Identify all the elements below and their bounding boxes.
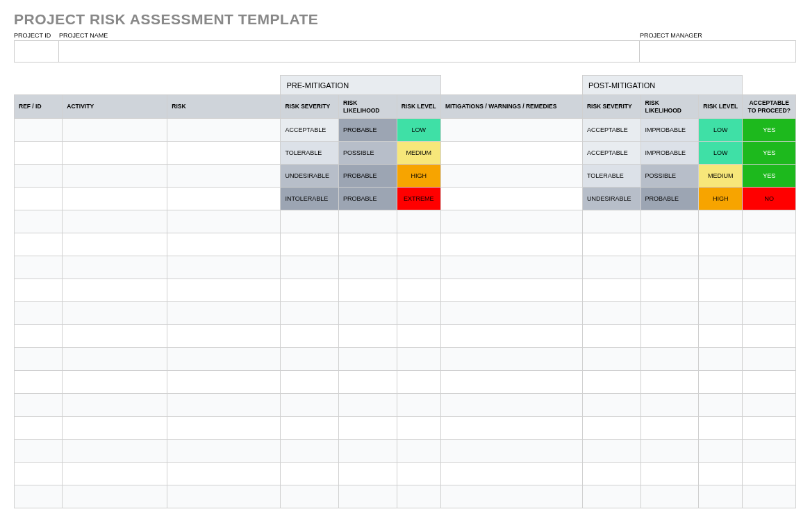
cell-post-level[interactable]	[699, 463, 743, 485]
cell-ref[interactable]	[15, 188, 63, 210]
cell-activity[interactable]	[63, 142, 167, 165]
cell-ref[interactable]	[15, 210, 63, 233]
cell-risk[interactable]	[167, 210, 281, 233]
cell-post-likelihood[interactable]: IMPROBABLE	[640, 119, 699, 142]
project-manager-input[interactable]	[640, 40, 796, 63]
cell-post-severity[interactable]	[582, 440, 640, 463]
cell-pre-level[interactable]	[397, 256, 440, 279]
cell-proceed[interactable]	[743, 302, 796, 325]
cell-mitigations[interactable]	[440, 165, 582, 188]
cell-post-likelihood[interactable]	[640, 256, 699, 279]
cell-ref[interactable]	[15, 463, 63, 485]
cell-post-level[interactable]	[699, 279, 743, 302]
cell-activity[interactable]	[63, 485, 167, 508]
cell-post-severity[interactable]	[582, 371, 640, 394]
cell-post-level[interactable]	[699, 325, 743, 348]
cell-activity[interactable]	[63, 165, 167, 188]
cell-post-likelihood[interactable]	[640, 210, 699, 233]
cell-proceed[interactable]	[743, 417, 796, 440]
cell-proceed[interactable]: YES	[743, 165, 796, 188]
cell-pre-likelihood[interactable]	[339, 440, 397, 463]
cell-pre-severity[interactable]	[281, 325, 339, 348]
project-name-input[interactable]	[59, 40, 640, 63]
cell-pre-level[interactable]	[397, 463, 440, 485]
cell-pre-severity[interactable]	[281, 371, 339, 394]
cell-post-level[interactable]	[699, 394, 743, 417]
cell-mitigations[interactable]	[440, 463, 582, 485]
cell-pre-level[interactable]	[397, 440, 440, 463]
cell-activity[interactable]	[63, 188, 167, 210]
cell-risk[interactable]	[167, 119, 281, 142]
cell-post-severity[interactable]	[582, 210, 640, 233]
cell-ref[interactable]	[15, 279, 63, 302]
cell-mitigations[interactable]	[440, 302, 582, 325]
cell-risk[interactable]	[167, 142, 281, 165]
cell-proceed[interactable]	[743, 394, 796, 417]
cell-post-severity[interactable]: ACCEPTABLE	[582, 119, 640, 142]
cell-post-severity[interactable]	[582, 279, 640, 302]
cell-mitigations[interactable]	[440, 142, 582, 165]
cell-ref[interactable]	[15, 394, 63, 417]
cell-pre-likelihood[interactable]	[339, 325, 397, 348]
cell-post-severity[interactable]: ACCEPTABLE	[582, 142, 640, 165]
cell-post-severity[interactable]	[582, 463, 640, 485]
cell-post-likelihood[interactable]	[640, 302, 699, 325]
cell-ref[interactable]	[15, 256, 63, 279]
cell-post-level[interactable]: LOW	[699, 119, 743, 142]
cell-risk[interactable]	[167, 188, 281, 210]
cell-proceed[interactable]	[743, 348, 796, 371]
cell-pre-level[interactable]: MEDIUM	[397, 142, 440, 165]
cell-mitigations[interactable]	[440, 394, 582, 417]
cell-risk[interactable]	[167, 256, 281, 279]
cell-mitigations[interactable]	[440, 325, 582, 348]
cell-ref[interactable]	[15, 417, 63, 440]
cell-post-severity[interactable]: UNDESIRABLE	[582, 188, 640, 210]
project-id-input[interactable]	[14, 40, 59, 63]
cell-proceed[interactable]	[743, 233, 796, 256]
cell-pre-severity[interactable]	[281, 233, 339, 256]
cell-pre-severity[interactable]	[281, 485, 339, 508]
cell-pre-severity[interactable]: INTOLERABLE	[281, 188, 339, 210]
cell-pre-likelihood[interactable]	[339, 210, 397, 233]
cell-post-likelihood[interactable]	[640, 325, 699, 348]
cell-activity[interactable]	[63, 233, 167, 256]
cell-pre-severity[interactable]: TOLERABLE	[281, 142, 339, 165]
cell-pre-level[interactable]	[397, 279, 440, 302]
cell-post-likelihood[interactable]	[640, 417, 699, 440]
cell-pre-likelihood[interactable]	[339, 371, 397, 394]
cell-pre-severity[interactable]: ACCEPTABLE	[281, 119, 339, 142]
cell-activity[interactable]	[63, 417, 167, 440]
cell-pre-likelihood[interactable]	[339, 417, 397, 440]
cell-mitigations[interactable]	[440, 210, 582, 233]
cell-post-level[interactable]	[699, 302, 743, 325]
cell-activity[interactable]	[63, 210, 167, 233]
cell-pre-severity[interactable]	[281, 279, 339, 302]
cell-risk[interactable]	[167, 485, 281, 508]
cell-pre-level[interactable]: LOW	[397, 119, 440, 142]
cell-ref[interactable]	[15, 325, 63, 348]
cell-proceed[interactable]: YES	[743, 119, 796, 142]
cell-post-severity[interactable]	[582, 302, 640, 325]
cell-post-level[interactable]	[699, 233, 743, 256]
cell-mitigations[interactable]	[440, 485, 582, 508]
cell-proceed[interactable]	[743, 485, 796, 508]
cell-pre-severity[interactable]: UNDESIRABLE	[281, 165, 339, 188]
cell-risk[interactable]	[167, 463, 281, 485]
cell-post-likelihood[interactable]: PROBABLE	[640, 188, 699, 210]
cell-ref[interactable]	[15, 119, 63, 142]
cell-proceed[interactable]	[743, 210, 796, 233]
cell-pre-level[interactable]	[397, 394, 440, 417]
cell-mitigations[interactable]	[440, 371, 582, 394]
cell-post-likelihood[interactable]	[640, 371, 699, 394]
cell-mitigations[interactable]	[440, 233, 582, 256]
cell-post-severity[interactable]: TOLERABLE	[582, 165, 640, 188]
cell-risk[interactable]	[167, 417, 281, 440]
cell-post-likelihood[interactable]	[640, 440, 699, 463]
cell-pre-likelihood[interactable]	[339, 463, 397, 485]
cell-pre-likelihood[interactable]	[339, 485, 397, 508]
cell-post-severity[interactable]	[582, 485, 640, 508]
cell-pre-likelihood[interactable]	[339, 348, 397, 371]
cell-pre-severity[interactable]	[281, 210, 339, 233]
cell-pre-likelihood[interactable]: PROBABLE	[339, 188, 397, 210]
cell-pre-severity[interactable]	[281, 417, 339, 440]
